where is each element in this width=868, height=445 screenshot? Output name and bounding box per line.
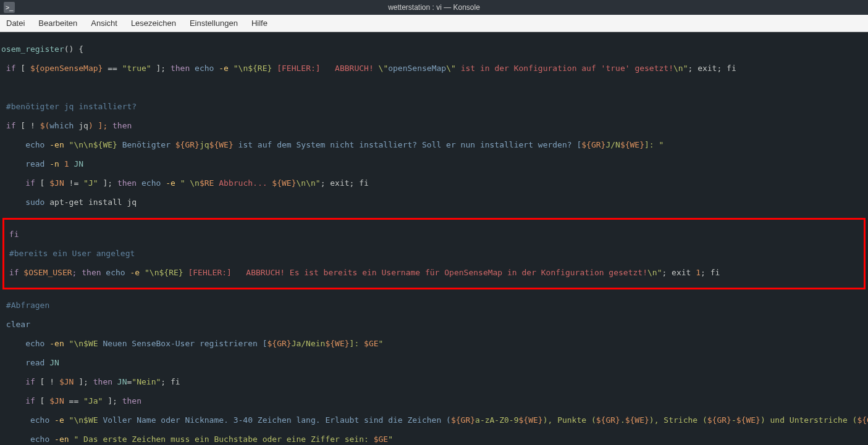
menu-bookmarks[interactable]: Lesezeichen — [131, 19, 176, 28]
code-token: ]; — [103, 396, 122, 405]
code-token: J/N — [605, 140, 620, 149]
menu-view[interactable]: Ansicht — [91, 19, 117, 28]
code-token: if — [1, 396, 35, 405]
code-comment: #benötigter jq installiert? — [1, 102, 137, 111]
menu-edit[interactable]: Bearbeiten — [38, 19, 77, 28]
code-token: ]; — [151, 64, 171, 73]
code-token: \" — [374, 64, 388, 73]
code-token: [FEHLER:] ABBRUCH! — [272, 64, 373, 73]
code-token: 1 — [64, 159, 69, 168]
code-token: ${GR} — [596, 415, 620, 425]
code-token: ${WE} — [736, 415, 761, 425]
code-token: jq — [74, 121, 88, 130]
code-token: read — [1, 159, 44, 168]
code-token: ; exit; fi — [688, 64, 736, 73]
code-token: ) und Unterstriche ( — [761, 415, 857, 425]
code-token: ; fi — [701, 268, 720, 277]
code-token: if — [1, 121, 15, 130]
code-token: ]: — [350, 339, 364, 348]
code-token: then — [93, 377, 112, 386]
code-token: if — [1, 64, 15, 73]
code-token: clear — [1, 320, 30, 329]
code-token: $RE — [200, 178, 214, 188]
code-token: ) ]; — [88, 121, 112, 130]
code-token: "\n$WE — [69, 339, 98, 348]
code-token: 1 — [696, 268, 701, 277]
code-token: Abbruch... — [214, 178, 272, 188]
code-token: if — [1, 377, 35, 386]
code-token: -e — [125, 268, 145, 277]
code-token: $GE — [374, 435, 388, 444]
code-token: \n" — [647, 268, 662, 277]
code-token: then — [117, 178, 137, 188]
code-token: $GE — [364, 339, 378, 348]
code-token: Voller Name oder Nickname. 3-40 Zeichen … — [98, 415, 451, 425]
code-token: ), Punkte ( — [543, 415, 596, 425]
code-token: "\n$WE — [69, 415, 98, 425]
code-token: == — [64, 396, 83, 405]
code-token: echo — [101, 268, 125, 277]
code-token: which — [49, 121, 74, 130]
code-token: ist in der Konfiguration auf 'true' gese… — [461, 64, 673, 73]
code-token: " Das erste Zeichen muss ein Buchstabe o… — [74, 435, 373, 444]
code-token: ${WE} — [620, 140, 644, 149]
code-token: ; then — [72, 268, 101, 277]
code-token: ${GR} — [707, 415, 731, 425]
code-token: $JN — [59, 377, 74, 386]
code-token: ; exit; fi — [321, 178, 369, 188]
code-token: [ ! — [35, 377, 59, 386]
code-token: ${WE} — [625, 415, 649, 425]
code-token: ${GR} — [857, 415, 868, 425]
code-token: "Ja" — [83, 396, 103, 405]
code-token: \n\n" — [297, 178, 321, 188]
terminal-icon: >_ — [4, 2, 15, 13]
window-titlebar: >_ wetterstation : vi — Konsole — [0, 0, 868, 15]
code-token: "true" — [122, 64, 151, 73]
code-token: ]: " — [644, 140, 664, 149]
code-token: ${GR} — [581, 140, 605, 149]
code-token: Ja/Nein — [292, 339, 326, 348]
code-token: if — [4, 268, 19, 277]
code-token: -e — [49, 415, 69, 425]
code-token: ${GR} — [451, 415, 475, 425]
code-token: ), Striche ( — [649, 415, 707, 425]
code-token: echo — [190, 64, 214, 73]
code-token: ${WE} — [272, 178, 296, 188]
code-token: ${WE} — [519, 415, 543, 425]
code-token: -en — [44, 339, 69, 348]
code-token: [ — [15, 64, 30, 73]
code-token: osem_register — [1, 44, 64, 54]
code-token: != — [64, 178, 83, 188]
code-token: echo — [1, 435, 49, 444]
code-token: if — [1, 178, 35, 188]
code-token: . — [620, 415, 625, 425]
code-token: ${WE} — [209, 140, 234, 149]
code-token: [ ! — [15, 121, 40, 130]
code-token: == — [103, 64, 122, 73]
code-token: " — [379, 339, 384, 348]
code-token: echo — [1, 339, 44, 348]
code-token: a-zA-Z0-9 — [475, 415, 518, 425]
code-token: sudo — [1, 198, 44, 207]
code-token: echo — [1, 415, 49, 425]
code-token: ${GR} — [175, 140, 200, 149]
code-token: JN — [69, 159, 83, 168]
code-token: \" — [446, 64, 460, 73]
code-token: openSenseMap — [388, 64, 446, 73]
code-token: " — [388, 435, 393, 444]
window-title: wetterstation : vi — Konsole — [388, 3, 480, 12]
editor-content[interactable]: osem_register() { if [ ${openSenseMap} =… — [0, 32, 868, 445]
code-token: ]; — [98, 178, 117, 188]
code-token: $OSEM_USER — [19, 268, 72, 277]
code-token: then — [171, 64, 190, 73]
code-token: () { — [64, 44, 83, 54]
code-token: $JN — [49, 178, 64, 188]
menu-settings[interactable]: Einstellungen — [190, 19, 238, 28]
code-token: "\n${RE} — [145, 268, 183, 277]
menu-file[interactable]: Datei — [6, 19, 25, 28]
code-token: ${WE} — [325, 339, 349, 348]
code-token: -en — [49, 435, 74, 444]
code-token: "Nein" — [132, 377, 161, 386]
menu-help[interactable]: Hilfe — [251, 19, 268, 28]
code-token: jq — [200, 140, 209, 149]
